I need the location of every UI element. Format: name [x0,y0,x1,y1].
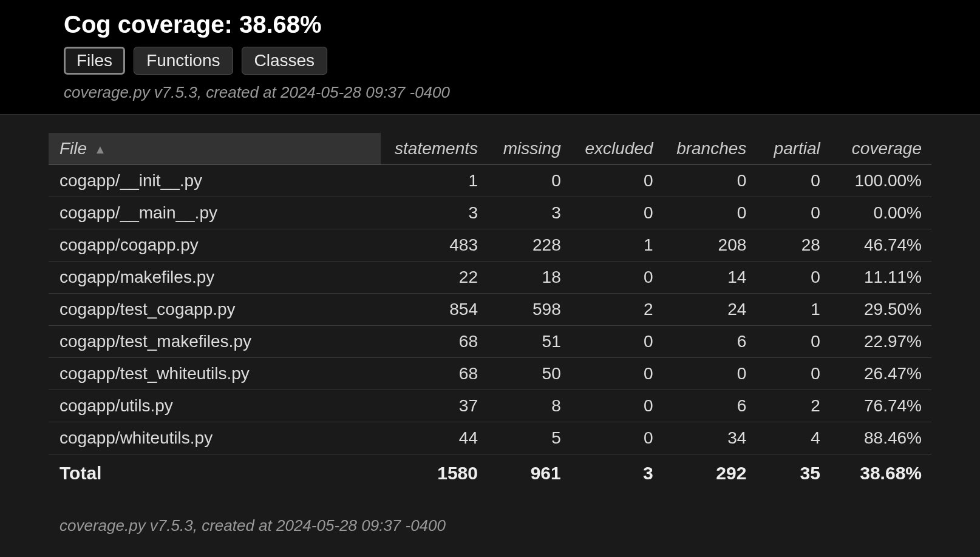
col-header-statements[interactable]: statements [381,133,488,165]
tab-files[interactable]: Files [64,47,125,75]
table-row: cogapp/test_makefiles.py685106022.97% [49,326,931,358]
statements-cell: 68 [381,358,488,390]
statements-cell: 854 [381,294,488,326]
statements-cell: 37 [381,390,488,422]
partial-cell: 4 [756,422,830,454]
branches-cell: 0 [663,165,757,197]
missing-cell: 51 [488,326,571,358]
excluded-cell: 0 [571,390,663,422]
missing-cell: 8 [488,390,571,422]
total-excluded: 3 [571,454,663,493]
table-row: cogapp/test_whiteutils.py685000026.47% [49,358,931,390]
statements-cell: 68 [381,326,488,358]
file-link[interactable]: cogapp/test_cogapp.py [60,300,236,319]
sort-asc-icon: ▲ [94,143,106,156]
tab-functions[interactable]: Functions [134,47,233,75]
table-row: cogapp/test_cogapp.py854598224129.50% [49,294,931,326]
excluded-cell: 2 [571,294,663,326]
total-label: Total [49,454,381,493]
coverage-table: File ▲ statements missing excluded branc… [49,133,931,492]
table-row: cogapp/__main__.py330000.00% [49,197,931,229]
file-cell[interactable]: cogapp/whiteutils.py [49,422,381,454]
missing-cell: 598 [488,294,571,326]
coverage-cell: 88.46% [830,422,931,454]
statements-cell: 1 [381,165,488,197]
excluded-cell: 0 [571,165,663,197]
excluded-cell: 0 [571,262,663,294]
coverage-cell: 11.11% [830,262,931,294]
total-branches: 292 [663,454,757,493]
view-tabs: Files Functions Classes [64,47,916,75]
coverage-cell: 100.00% [830,165,931,197]
table-row: cogapp/cogapp.py48322812082846.74% [49,229,931,262]
file-cell[interactable]: cogapp/utils.py [49,390,381,422]
table-row: cogapp/__init__.py10000100.00% [49,165,931,197]
missing-cell: 5 [488,422,571,454]
file-cell[interactable]: cogapp/test_whiteutils.py [49,358,381,390]
total-missing: 961 [488,454,571,493]
branches-cell: 0 [663,358,757,390]
col-header-missing[interactable]: missing [488,133,571,165]
branches-cell: 208 [663,229,757,262]
coverage-cell: 0.00% [830,197,931,229]
partial-cell: 1 [756,294,830,326]
coverage-cell: 29.50% [830,294,931,326]
branches-cell: 0 [663,197,757,229]
file-link[interactable]: cogapp/test_makefiles.py [60,332,251,351]
coverage-cell: 46.74% [830,229,931,262]
file-cell[interactable]: cogapp/test_makefiles.py [49,326,381,358]
partial-cell: 0 [756,165,830,197]
coverage-cell: 76.74% [830,390,931,422]
branches-cell: 6 [663,326,757,358]
file-link[interactable]: cogapp/utils.py [60,396,173,415]
file-cell[interactable]: cogapp/cogapp.py [49,229,381,262]
statements-cell: 44 [381,422,488,454]
branches-cell: 34 [663,422,757,454]
file-cell[interactable]: cogapp/test_cogapp.py [49,294,381,326]
excluded-cell: 0 [571,422,663,454]
file-cell[interactable]: cogapp/__init__.py [49,165,381,197]
coverage-cell: 26.47% [830,358,931,390]
total-statements: 1580 [381,454,488,493]
partial-cell: 0 [756,326,830,358]
branches-cell: 6 [663,390,757,422]
file-link[interactable]: cogapp/whiteutils.py [60,428,213,447]
missing-cell: 0 [488,165,571,197]
table-row: cogapp/makefiles.py2218014011.11% [49,262,931,294]
file-link[interactable]: cogapp/test_whiteutils.py [60,364,250,383]
statements-cell: 3 [381,197,488,229]
col-header-coverage[interactable]: coverage [830,133,931,165]
file-cell[interactable]: cogapp/makefiles.py [49,262,381,294]
header: Cog coverage: 38.68% Files Functions Cla… [0,0,980,115]
col-header-partial[interactable]: partial [756,133,830,165]
coverage-cell: 22.97% [830,326,931,358]
branches-cell: 14 [663,262,757,294]
file-cell[interactable]: cogapp/__main__.py [49,197,381,229]
table-row: cogapp/whiteutils.py445034488.46% [49,422,931,454]
table-header-row: File ▲ statements missing excluded branc… [49,133,931,165]
header-meta: coverage.py v7.5.3, created at 2024-05-2… [64,83,916,102]
total-row: Total 1580 961 3 292 35 38.68% [49,454,931,493]
page-title: Cog coverage: 38.68% [64,11,916,38]
footer-meta: coverage.py v7.5.3, created at 2024-05-2… [49,516,931,535]
col-header-file[interactable]: File ▲ [49,133,381,165]
file-link[interactable]: cogapp/__main__.py [60,203,217,222]
missing-cell: 50 [488,358,571,390]
file-link[interactable]: cogapp/cogapp.py [60,235,199,254]
col-header-branches[interactable]: branches [663,133,757,165]
excluded-cell: 0 [571,358,663,390]
col-header-file-label: File [60,139,87,158]
col-header-excluded[interactable]: excluded [571,133,663,165]
partial-cell: 0 [756,197,830,229]
partial-cell: 2 [756,390,830,422]
partial-cell: 0 [756,358,830,390]
file-link[interactable]: cogapp/__init__.py [60,171,202,190]
excluded-cell: 0 [571,197,663,229]
statements-cell: 22 [381,262,488,294]
content: File ▲ statements missing excluded branc… [0,115,980,553]
branches-cell: 24 [663,294,757,326]
partial-cell: 28 [756,229,830,262]
file-link[interactable]: cogapp/makefiles.py [60,268,214,286]
tab-classes[interactable]: Classes [242,47,328,75]
excluded-cell: 1 [571,229,663,262]
